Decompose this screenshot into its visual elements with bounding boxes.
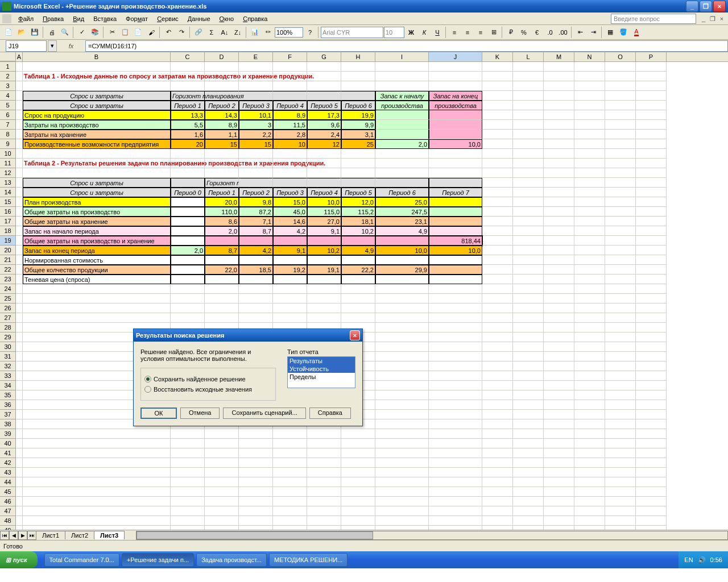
cell-K42[interactable] [482,458,513,468]
cell-D10[interactable] [205,149,239,159]
cell-L35[interactable] [513,390,544,400]
cell-N16[interactable] [574,207,605,217]
cell-A7[interactable] [16,120,23,130]
radio-restore-values[interactable]: Восстановить исходные значения [144,384,272,394]
cell-J10[interactable] [429,149,482,159]
cell-O19[interactable] [605,236,636,246]
cell-F11[interactable] [273,159,307,168]
cell-L28[interactable] [513,323,544,332]
cell-M14[interactable] [544,188,574,197]
cell-O3[interactable] [605,81,636,91]
row-header-28[interactable]: 28 [0,323,16,332]
col-header-O[interactable]: O [605,52,636,61]
cell-P23[interactable] [636,275,667,284]
cell-I5[interactable]: производства [375,101,429,110]
print-icon[interactable]: 🖨 [46,26,58,39]
cell-J14[interactable]: Период 7 [429,188,482,197]
cell-F2[interactable] [273,72,307,81]
cell-I1[interactable] [375,62,429,72]
cell-D23[interactable] [205,275,239,284]
cell-F49[interactable] [273,526,307,530]
cell-D49[interactable] [205,526,239,530]
cell-C48[interactable] [171,516,205,526]
cell-O18[interactable] [605,226,636,236]
align-left-icon[interactable]: ≡ [448,26,461,39]
row-header-33[interactable]: 33 [0,371,16,381]
cell-N21[interactable] [574,255,605,265]
horizontal-scrollbar[interactable] [136,531,728,540]
cell-P41[interactable] [636,448,667,458]
cell-F7[interactable]: 11,5 [273,120,307,130]
cell-I22[interactable]: 29,9 [375,265,429,275]
cell-E44[interactable] [239,477,273,487]
cell-B16[interactable]: Общие затраты на производство [23,207,171,217]
cell-C11[interactable] [171,159,205,168]
cell-M12[interactable] [544,168,574,178]
cell-I25[interactable] [375,294,429,304]
cell-F3[interactable] [273,81,307,91]
cell-A44[interactable] [16,477,23,487]
report-item-limits[interactable]: Пределы [288,373,355,381]
cell-O23[interactable] [605,275,636,284]
cell-F13[interactable] [273,178,307,188]
cell-C21[interactable] [171,255,205,265]
cell-C9[interactable]: 20 [171,139,205,149]
cell-O22[interactable] [605,265,636,275]
cell-P14[interactable] [636,188,667,197]
cell-L31[interactable] [513,352,544,361]
currency-icon[interactable]: ₽ [504,26,517,39]
cell-B10[interactable] [23,149,171,159]
cell-N43[interactable] [574,468,605,477]
cell-P6[interactable] [636,110,667,120]
cell-N4[interactable] [574,91,605,101]
row-header-44[interactable]: 44 [0,477,16,487]
cell-O4[interactable] [605,91,636,101]
name-box-dropdown[interactable]: ▾ [48,40,57,52]
cell-D47[interactable] [205,506,239,516]
cell-O20[interactable] [605,246,636,255]
cell-D14[interactable]: Период 1 [205,188,239,197]
cell-O25[interactable] [605,294,636,304]
cell-H12[interactable] [341,168,375,178]
cell-C42[interactable] [171,458,205,468]
cell-J24[interactable] [429,284,482,294]
cell-O48[interactable] [605,516,636,526]
cell-K45[interactable] [482,487,513,497]
cell-J33[interactable] [429,371,482,381]
cell-F15[interactable]: 15,0 [273,197,307,207]
row-header-45[interactable]: 45 [0,487,16,497]
cell-D15[interactable]: 20,0 [205,197,239,207]
row-header-46[interactable]: 46 [0,497,16,506]
save-scenario-button[interactable]: Сохранить сценарий... [223,408,305,419]
cell-K29[interactable] [482,332,513,342]
cell-I48[interactable] [375,516,429,526]
cell-B6[interactable]: Спрос на продукцию [23,110,171,120]
cell-A22[interactable] [16,265,23,275]
cell-I13[interactable] [375,178,429,188]
cell-N6[interactable] [574,110,605,120]
cell-P9[interactable] [636,139,667,149]
cell-E12[interactable] [239,168,273,178]
cell-C24[interactable] [171,284,205,294]
cell-J22[interactable] [429,265,482,275]
cell-K13[interactable] [482,178,513,188]
cell-N10[interactable] [574,149,605,159]
cell-O15[interactable] [605,197,636,207]
cell-B43[interactable] [23,468,171,477]
cell-H17[interactable]: 18,1 [341,217,375,226]
cell-K14[interactable] [482,188,513,197]
cell-I12[interactable] [375,168,429,178]
cell-J26[interactable] [429,304,482,313]
cell-L48[interactable] [513,516,544,526]
cell-C49[interactable] [171,526,205,530]
cell-A29[interactable] [16,332,23,342]
cell-J2[interactable] [429,72,482,81]
cell-M17[interactable] [544,217,574,226]
cell-I7[interactable] [375,120,429,130]
cell-H19[interactable] [341,236,375,246]
cell-G46[interactable] [307,497,341,506]
cell-H18[interactable]: 10,2 [341,226,375,236]
formula-input[interactable]: =СУММ(D16:I17) [85,40,728,52]
cell-J35[interactable] [429,390,482,400]
cell-L16[interactable] [513,207,544,217]
